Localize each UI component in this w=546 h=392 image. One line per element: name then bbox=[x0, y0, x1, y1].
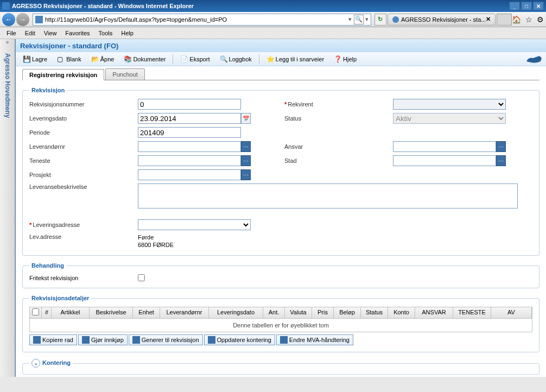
lookup-leverandor-icon[interactable]: ⋯ bbox=[241, 141, 251, 152]
lookup-stad-icon[interactable]: ⋯ bbox=[496, 155, 506, 166]
tools-icon[interactable]: ⚙ bbox=[537, 15, 544, 24]
menu-favorites[interactable]: Favorites bbox=[61, 29, 94, 37]
col-belop[interactable]: Beløp bbox=[334, 307, 361, 318]
browser-tab-active[interactable]: AGRESSO Rekvisisjoner - sta... ✕ bbox=[388, 14, 496, 26]
tab-label: AGRESSO Rekvisisjoner - sta... bbox=[401, 16, 486, 23]
legend-kontering[interactable]: ⌄Kontering bbox=[29, 359, 73, 368]
fieldset-kontering: ⌄Kontering bbox=[22, 359, 539, 375]
fieldset-detaljer: Rekvisisjonsdetaljer # Artikkel Beskrive… bbox=[22, 295, 539, 352]
col-hash[interactable]: # bbox=[42, 307, 52, 318]
logbook-button[interactable]: 🔍Loggbok bbox=[216, 54, 256, 65]
col-beskrivelse[interactable]: Beskrivelse bbox=[90, 307, 133, 318]
help-button[interactable]: ❓Hjelp bbox=[330, 54, 360, 65]
documents-icon: 📚 bbox=[124, 55, 131, 63]
input-leverandor[interactable] bbox=[138, 141, 241, 152]
col-teneste[interactable]: TENESTE bbox=[453, 307, 491, 318]
input-periode[interactable] bbox=[138, 127, 241, 138]
col-konto[interactable]: Konto bbox=[388, 307, 415, 318]
input-teneste[interactable] bbox=[138, 155, 241, 166]
save-icon: 💾 bbox=[23, 55, 30, 63]
chevron-down-icon: ⌄ bbox=[31, 359, 40, 368]
generate-button[interactable]: Generer til rekvisisjon bbox=[129, 334, 203, 345]
checkbox-fritekst[interactable] bbox=[138, 274, 145, 281]
col-status[interactable]: Status bbox=[361, 307, 388, 318]
input-prosjekt[interactable] bbox=[138, 169, 241, 180]
select-rekvirent[interactable] bbox=[393, 99, 506, 110]
label-leverandor: Leverandørnr bbox=[29, 143, 138, 150]
label-stad: Stad bbox=[284, 157, 393, 164]
textarea-levbeskrivelse[interactable] bbox=[138, 184, 518, 208]
label-rekvirent: *Rekvirent bbox=[284, 101, 393, 108]
label-rekvnr: Rekvisisjonsnummer bbox=[29, 101, 138, 108]
calendar-icon[interactable]: 📅 bbox=[241, 113, 251, 124]
maximize-button[interactable]: □ bbox=[521, 2, 532, 10]
address-bar[interactable]: http://11agrweb01/AgrFoys/Default.aspx?t… bbox=[33, 14, 371, 26]
table-empty-message: Denne tabellen er for øyeblikket tom bbox=[29, 319, 532, 332]
col-ansvar[interactable]: ANSVAR bbox=[415, 307, 453, 318]
refresh-button[interactable]: ↻ bbox=[374, 14, 386, 26]
back-button[interactable]: ← bbox=[2, 13, 15, 26]
label-periode: Periode bbox=[29, 129, 138, 136]
page-title: Rekvisisjoner - standard (FO) bbox=[16, 39, 546, 52]
forward-button[interactable]: → bbox=[16, 13, 29, 26]
input-levdato[interactable] bbox=[138, 113, 241, 124]
menu-tools[interactable]: Tools bbox=[94, 29, 117, 37]
col-artikkel[interactable]: Artikkel bbox=[52, 307, 90, 318]
minimize-button[interactable]: _ bbox=[509, 2, 520, 10]
vat-button[interactable]: Endre MVA-håndtering bbox=[276, 334, 353, 345]
input-stad[interactable] bbox=[393, 155, 496, 166]
input-ansvar[interactable] bbox=[393, 141, 496, 152]
label-levbeskrivelse: Leveransebeskrivelse bbox=[29, 184, 138, 190]
col-valuta[interactable]: Valuta bbox=[285, 307, 312, 318]
home-icon[interactable]: 🏠 bbox=[512, 15, 521, 24]
lookup-teneste-icon[interactable]: ⋯ bbox=[241, 155, 251, 166]
search-icon[interactable]: 🔍 bbox=[354, 15, 364, 24]
expand-icon[interactable]: » bbox=[6, 39, 9, 49]
tab-registrering[interactable]: Registrering rekvisisjon bbox=[22, 69, 104, 80]
legend-rekvisisjon: Rekvisisjon bbox=[29, 87, 67, 93]
update-accounting-button[interactable]: Oppdatere kontering bbox=[204, 334, 275, 345]
lookup-prosjekt-icon[interactable]: ⋯ bbox=[241, 169, 251, 180]
close-window-button[interactable]: ✕ bbox=[533, 2, 544, 10]
label-fritekst: Fritekst rekvisisjon bbox=[29, 275, 138, 281]
help-icon: ❓ bbox=[334, 55, 341, 63]
new-tab-button[interactable] bbox=[497, 14, 512, 26]
tab-punchout[interactable]: Punchout bbox=[105, 68, 144, 80]
col-ant[interactable]: Ant. bbox=[263, 307, 285, 318]
col-pris[interactable]: Pris bbox=[312, 307, 334, 318]
window-title: AGRESSO Rekvisisjoner - standard - Windo… bbox=[12, 3, 194, 9]
vat-icon bbox=[280, 336, 288, 344]
globe-icon bbox=[392, 16, 399, 23]
lookup-ansvar-icon[interactable]: ⋯ bbox=[496, 141, 506, 152]
menu-file[interactable]: File bbox=[2, 29, 21, 37]
label-teneste: Teneste bbox=[29, 157, 138, 164]
sidebar-label: Agresso Hovedmeny bbox=[4, 53, 11, 118]
copy-icon bbox=[33, 336, 41, 344]
col-av[interactable]: AV bbox=[491, 307, 532, 318]
save-button[interactable]: 💾Lagre bbox=[19, 54, 51, 65]
open-button[interactable]: 📂Åpne bbox=[87, 54, 118, 65]
col-leveringsdato[interactable]: Leveringsdato bbox=[209, 307, 263, 318]
select-levadr[interactable] bbox=[138, 219, 251, 230]
purchase-button[interactable]: Gjør innkjøp bbox=[78, 334, 128, 345]
select-all-checkbox[interactable] bbox=[32, 308, 39, 315]
close-tab-icon[interactable]: ✕ bbox=[486, 16, 491, 23]
app-toolbar: 💾Lagre ▢Blank 📂Åpne 📚Dokumenter 📄Eksport… bbox=[16, 52, 546, 66]
blank-button[interactable]: ▢Blank bbox=[53, 54, 85, 65]
menu-edit[interactable]: Edit bbox=[21, 29, 40, 37]
folder-open-icon: 📂 bbox=[91, 55, 99, 63]
browser-menubar: File Edit View Favorites Tools Help bbox=[0, 27, 546, 39]
documents-button[interactable]: 📚Dokumenter bbox=[120, 54, 169, 65]
favorites-icon[interactable]: ☆ bbox=[525, 15, 532, 24]
menu-view[interactable]: View bbox=[40, 29, 61, 37]
add-shortcut-button[interactable]: ⭐Legg til i snarveier bbox=[263, 54, 328, 65]
fieldset-behandling: Behandling Fritekst rekvisisjon bbox=[22, 262, 539, 288]
col-leverandornr[interactable]: Leverandørnr bbox=[160, 307, 209, 318]
export-button[interactable]: 📄Eksport bbox=[176, 54, 213, 65]
copy-row-button[interactable]: Kopiere rad bbox=[29, 334, 77, 345]
sidebar-collapsed[interactable]: » Agresso Hovedmeny bbox=[0, 39, 15, 377]
magnifier-icon: 🔍 bbox=[220, 55, 227, 63]
input-rekvnr[interactable] bbox=[138, 99, 241, 110]
menu-help[interactable]: Help bbox=[117, 29, 138, 37]
col-enhet[interactable]: Enhet bbox=[133, 307, 160, 318]
